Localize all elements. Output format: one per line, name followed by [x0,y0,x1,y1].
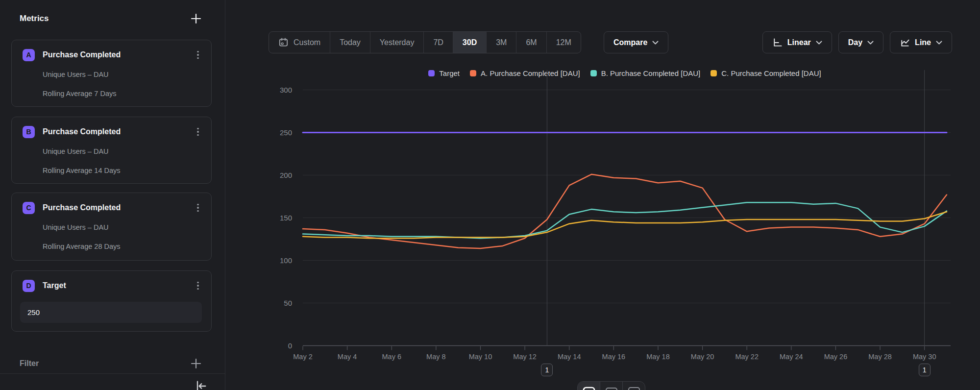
metric-title: Purchase Completed [43,127,121,136]
series-line-c [303,212,947,238]
metric-measurement[interactable]: Unique Users – DAU [43,147,109,155]
x-axis-label: May 8 [426,353,446,361]
collapse-sidebar-button[interactable] [194,379,208,390]
collapse-left-icon [194,379,208,390]
metric-card-head: B Purchase Completed [23,125,203,138]
y-axis-label: 50 [284,299,292,307]
x-axis-label: May 12 [513,353,537,361]
add-metric-button[interactable] [190,12,202,25]
y-axis-label: 200 [280,171,292,179]
plus-icon [190,358,202,369]
x-axis-label: May 30 [913,353,936,361]
x-axis-label: May 28 [868,353,892,361]
metric-badge: C [23,202,35,214]
metric-badge: A [23,49,35,61]
x-axis-label: May 18 [646,353,670,361]
view-toggle-bar [577,381,645,390]
metric-rolling-average[interactable]: Rolling Average 14 Days [43,167,121,174]
x-axis-label: May 10 [469,353,492,361]
chart-canvas: 050100150200250300May 2May 4May 6May 8Ma… [225,0,980,390]
y-axis-label: 250 [280,128,292,137]
target-title: Target [43,281,66,290]
metric-title: Purchase Completed [43,203,121,212]
y-axis-label: 300 [280,86,292,94]
metric-rolling-average[interactable]: Rolling Average 7 Days [43,90,116,98]
x-axis-label: May 2 [293,353,313,361]
metric-measurement[interactable]: Unique Users – DAU [43,223,109,231]
target-value-input[interactable] [20,302,202,323]
metric-rolling-average[interactable]: Rolling Average 28 Days [43,243,121,250]
x-axis-label: May 22 [735,353,759,361]
target-card[interactable]: D Target [11,270,212,332]
series-line-a [303,174,947,248]
view-toggle-table[interactable] [622,382,645,390]
x-axis-label: May 20 [691,353,714,361]
chart-panel: CustomTodayYesterday7D30D3M6M12M Compare… [225,0,980,390]
metric-card-head: C Purchase Completed [23,201,203,214]
summary-view-icon [605,387,618,390]
x-axis-label: May 16 [602,353,626,361]
metric-card-b[interactable]: B Purchase Completed Unique Users – DAU … [11,117,212,184]
table-view-icon [628,387,640,390]
y-axis-label: 100 [280,256,292,265]
kebab-menu-icon[interactable] [193,49,203,61]
metric-badge: D [23,280,35,292]
metric-card-a[interactable]: A Purchase Completed Unique Users – DAU … [11,40,212,107]
metrics-title: Metrics [20,14,49,24]
x-axis-label: May 6 [382,353,401,361]
annotation-badge[interactable]: 1 [541,364,553,376]
filter-section: Filter [20,356,202,371]
kebab-menu-icon[interactable] [193,280,203,292]
metrics-header: Metrics [20,11,202,26]
x-axis-label: May 24 [780,353,803,361]
x-axis-label: May 26 [824,353,848,361]
kebab-menu-icon[interactable] [193,202,203,214]
plus-icon [190,13,202,24]
metric-title: Purchase Completed [43,50,121,59]
sidebar-divider [0,373,225,374]
x-axis-label: May 14 [558,353,581,361]
y-axis-label: 150 [280,214,292,222]
x-axis-label: May 4 [338,353,357,361]
filter-title: Filter [20,359,39,368]
view-toggle-line-chart[interactable] [578,382,600,390]
target-card-head: D Target [23,279,203,292]
metric-badge: B [23,126,35,138]
kebab-menu-icon[interactable] [193,126,203,138]
y-axis-label: 0 [288,341,292,350]
view-toggle-summary[interactable] [600,382,622,390]
chart-view-icon [583,387,595,390]
annotation-badge[interactable]: 1 [919,364,931,376]
add-filter-button[interactable] [190,357,202,370]
metric-card-head: A Purchase Completed [23,49,203,61]
metric-measurement[interactable]: Unique Users – DAU [43,71,109,78]
metrics-sidebar: Metrics A Purchase Completed Unique User… [0,0,225,390]
metric-card-c[interactable]: C Purchase Completed Unique Users – DAU … [11,193,212,261]
